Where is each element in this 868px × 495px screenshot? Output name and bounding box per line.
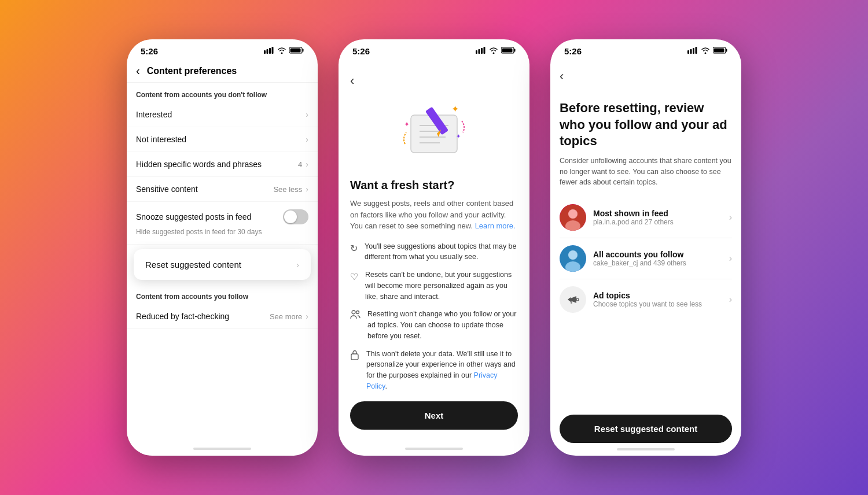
home-bar-2 <box>405 448 463 450</box>
phone-1: 5:26 <box>127 39 318 456</box>
bullet-text-3: This won't delete your data. We'll still… <box>366 349 518 392</box>
refresh-icon: ↻ <box>350 242 358 256</box>
ad-topics-item[interactable]: Ad topics Choose topics you want to see … <box>560 279 732 320</box>
menu-item-interested[interactable]: Interested › <box>127 102 318 127</box>
svg-point-41 <box>576 298 579 301</box>
svg-text:✦: ✦ <box>456 133 461 139</box>
bullet-text-0: You'll see suggestions about topics that… <box>365 241 518 263</box>
status-icons-1 <box>264 47 304 56</box>
reset-popup-chevron: › <box>296 260 299 269</box>
svg-text:✦: ✦ <box>451 104 459 114</box>
screen-2: ‹ ✦ ✦ ✦ Want a fresh sta <box>339 60 529 442</box>
svg-rect-30 <box>696 47 697 54</box>
chevron-account-1: › <box>729 253 732 264</box>
back-button-3[interactable]: ‹ <box>560 69 732 84</box>
svg-rect-5 <box>303 49 304 52</box>
back-button-2[interactable]: ‹ <box>350 73 518 88</box>
hidden-words-count: 4 <box>298 160 302 169</box>
snooze-desc: Hide suggested posts in feed for 30 days <box>136 228 262 236</box>
chevron-ad-topics: › <box>729 294 732 305</box>
menu-item-not-interested[interactable]: Not interested › <box>127 127 318 152</box>
chevron-sensitive: › <box>306 184 308 194</box>
account-item-0[interactable]: Most shown in feed pia.in.a.pod and 27 o… <box>560 197 732 238</box>
wifi-icon-1 <box>277 47 286 56</box>
svg-rect-12 <box>514 49 516 52</box>
battery-icon-2 <box>501 47 516 56</box>
status-time-3: 5:26 <box>564 46 582 56</box>
bullet-list: ↻ You'll see suggestions about topics th… <box>350 241 518 392</box>
chevron-interested: › <box>306 110 308 119</box>
account-info-0: Most shown in feed pia.in.a.pod and 27 o… <box>593 209 722 226</box>
reset-popup: Reset suggested content › <box>134 249 311 280</box>
ad-topics-icon-wrap <box>560 286 586 313</box>
svg-rect-13 <box>502 49 513 53</box>
signal-icon-3 <box>687 47 698 56</box>
ad-topics-sub: Choose topics you want to see less <box>593 300 722 308</box>
sensitive-see-less: See less <box>273 185 302 194</box>
svg-rect-8 <box>479 49 480 54</box>
account-item-1[interactable]: All accounts you follow cake_baker_cj an… <box>560 238 732 279</box>
bullet-text-1: Resets can't be undone, but your suggest… <box>365 269 518 302</box>
snooze-toggle[interactable] <box>283 209 308 224</box>
svg-rect-0 <box>264 50 266 54</box>
people-icon <box>350 309 361 324</box>
status-bar-1: 5:26 <box>127 39 318 60</box>
home-indicator-2 <box>339 442 529 456</box>
bullet-item-0: ↻ You'll see suggestions about topics th… <box>350 241 518 263</box>
svg-rect-7 <box>476 50 477 54</box>
account-name-1: All accounts you follow <box>593 250 722 259</box>
svg-rect-27 <box>687 50 689 54</box>
account-list: Most shown in feed pia.in.a.pod and 27 o… <box>560 197 732 320</box>
svg-rect-2 <box>269 48 271 54</box>
svg-rect-3 <box>272 47 274 54</box>
menu-label-hidden-words: Hidden specific words and phrases <box>136 160 262 169</box>
battery-icon-3 <box>713 47 727 56</box>
home-indicator-1 <box>127 442 318 456</box>
privacy-link[interactable]: Privacy Policy <box>366 371 498 390</box>
heart-icon: ♡ <box>350 270 358 284</box>
account-info-1: All accounts you follow cake_baker_cj an… <box>593 250 722 267</box>
account-name-0: Most shown in feed <box>593 209 722 218</box>
battery-icon-1 <box>289 47 304 56</box>
svg-rect-26 <box>351 354 358 360</box>
screen-3: ‹ Before resetting, review who you follo… <box>550 60 741 443</box>
status-icons-3 <box>687 47 727 56</box>
bullet-item-1: ♡ Resets can't be undone, but your sugge… <box>350 269 518 302</box>
menu-item-sensitive[interactable]: Sensitive content See less › <box>127 177 318 202</box>
svg-rect-9 <box>481 48 483 54</box>
phone-2: 5:26 <box>339 39 529 456</box>
section-header-1: Content from accounts you don't follow <box>127 83 318 102</box>
wifi-icon-3 <box>701 47 710 56</box>
reset-popup-label: Reset suggested content <box>145 260 241 269</box>
menu-label-not-interested: Not interested <box>136 135 186 144</box>
reset-button[interactable]: Reset suggested content <box>560 415 732 443</box>
learn-more-link[interactable]: Learn more. <box>475 221 516 230</box>
phone-3: 5:26 <box>550 39 741 456</box>
home-bar-3 <box>617 448 675 450</box>
status-time-1: 5:26 <box>141 46 158 56</box>
svg-rect-40 <box>571 301 572 304</box>
bullet-text-2: Resetting won't change who you follow or… <box>367 309 518 341</box>
review-desc: Consider unfollowing accounts that share… <box>560 156 732 188</box>
svg-rect-28 <box>690 49 692 54</box>
next-button[interactable]: Next <box>350 401 518 430</box>
menu-label-fact-check: Reduced by fact-checking <box>136 312 229 321</box>
account-sub-1: cake_baker_cj and 439 others <box>593 259 722 267</box>
home-indicator-3 <box>550 443 741 456</box>
back-button-1[interactable]: ‹ <box>136 64 140 77</box>
section-header-2: Content from accounts you follow <box>127 285 318 304</box>
nav-bar-1: ‹ Content preferences <box>127 60 318 83</box>
menu-label-sensitive: Sensitive content <box>136 184 198 194</box>
bullet-item-3: This won't delete your data. We'll still… <box>350 349 518 392</box>
menu-item-hidden-words[interactable]: Hidden specific words and phrases 4 › <box>127 152 318 177</box>
fresh-desc: We suggest posts, reels and other conten… <box>350 198 518 232</box>
ad-topics-info: Ad topics Choose topics you want to see … <box>593 291 722 308</box>
svg-rect-6 <box>290 49 301 53</box>
sensitive-right: See less › <box>273 184 308 194</box>
menu-item-fact-check[interactable]: Reduced by fact-checking See more › <box>127 304 318 329</box>
avatar-most-shown <box>560 204 586 231</box>
status-time-2: 5:26 <box>352 46 370 56</box>
hidden-words-right: 4 › <box>298 160 308 169</box>
reset-popup-item[interactable]: Reset suggested content › <box>134 249 311 280</box>
bullet-item-2: Resetting won't change who you follow or… <box>350 309 518 341</box>
